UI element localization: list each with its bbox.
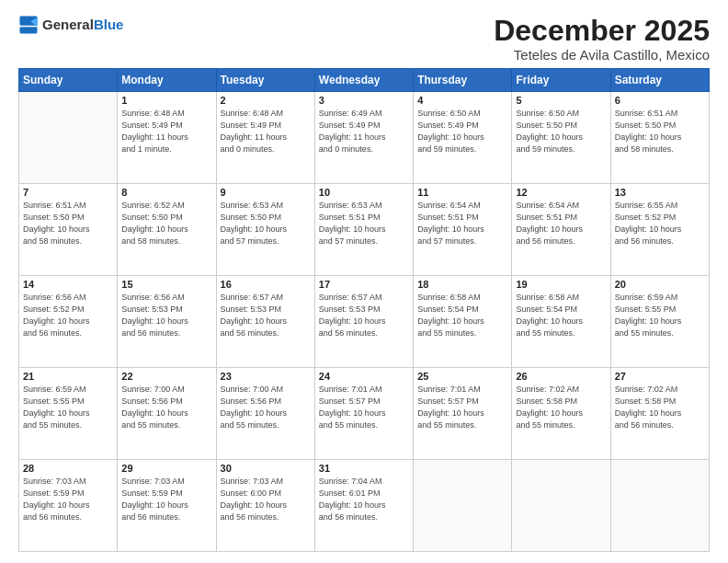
day-number: 10 [319, 187, 409, 198]
table-row: 19Sunrise: 6:58 AM Sunset: 5:54 PM Dayli… [512, 276, 610, 368]
day-number: 8 [121, 187, 211, 198]
table-row: 25Sunrise: 7:01 AM Sunset: 5:57 PM Dayli… [414, 368, 512, 460]
header-friday: Friday [512, 69, 610, 92]
day-number: 19 [516, 279, 606, 290]
day-number: 13 [615, 187, 705, 198]
table-row: 26Sunrise: 7:02 AM Sunset: 5:58 PM Dayli… [512, 368, 610, 460]
day-info: Sunrise: 6:50 AM Sunset: 5:49 PM Dayligh… [417, 108, 507, 155]
day-number: 16 [221, 279, 311, 290]
day-info: Sunrise: 6:57 AM Sunset: 5:53 PM Dayligh… [221, 292, 311, 339]
day-info: Sunrise: 6:56 AM Sunset: 5:52 PM Dayligh… [23, 292, 113, 339]
day-info: Sunrise: 6:58 AM Sunset: 5:54 PM Dayligh… [417, 292, 507, 339]
day-info: Sunrise: 7:03 AM Sunset: 6:00 PM Dayligh… [221, 476, 311, 523]
day-info: Sunrise: 6:55 AM Sunset: 5:52 PM Dayligh… [615, 200, 705, 247]
day-number: 26 [516, 371, 606, 382]
table-row: 18Sunrise: 6:58 AM Sunset: 5:54 PM Dayli… [414, 276, 512, 368]
table-row: 5Sunrise: 6:50 AM Sunset: 5:50 PM Daylig… [512, 92, 610, 184]
table-row: 30Sunrise: 7:03 AM Sunset: 6:00 PM Dayli… [216, 460, 314, 552]
table-row: 31Sunrise: 7:04 AM Sunset: 6:01 PM Dayli… [314, 460, 413, 552]
day-info: Sunrise: 6:51 AM Sunset: 5:50 PM Dayligh… [23, 200, 113, 247]
header: GeneralBlue December 2025 Teteles de Avi… [18, 15, 710, 63]
table-row: 2Sunrise: 6:48 AM Sunset: 5:49 PM Daylig… [216, 92, 314, 184]
logo: GeneralBlue [18, 15, 123, 35]
table-row [512, 460, 610, 552]
day-info: Sunrise: 6:53 AM Sunset: 5:50 PM Dayligh… [221, 200, 311, 247]
calendar-week-row: 14Sunrise: 6:56 AM Sunset: 5:52 PM Dayli… [19, 276, 710, 368]
calendar-week-row: 21Sunrise: 6:59 AM Sunset: 5:55 PM Dayli… [19, 368, 710, 460]
day-info: Sunrise: 7:03 AM Sunset: 5:59 PM Dayligh… [121, 476, 211, 523]
day-info: Sunrise: 7:00 AM Sunset: 5:56 PM Dayligh… [121, 384, 211, 431]
table-row: 15Sunrise: 6:56 AM Sunset: 5:53 PM Dayli… [118, 276, 216, 368]
table-row: 23Sunrise: 7:00 AM Sunset: 5:56 PM Dayli… [216, 368, 314, 460]
day-info: Sunrise: 7:02 AM Sunset: 5:58 PM Dayligh… [615, 384, 705, 431]
header-monday: Monday [118, 69, 216, 92]
table-row: 12Sunrise: 6:54 AM Sunset: 5:51 PM Dayli… [512, 184, 610, 276]
day-number: 1 [121, 95, 211, 106]
day-info: Sunrise: 6:54 AM Sunset: 5:51 PM Dayligh… [516, 200, 606, 247]
day-number: 21 [23, 371, 113, 382]
table-row: 24Sunrise: 7:01 AM Sunset: 5:57 PM Dayli… [314, 368, 413, 460]
header-tuesday: Tuesday [216, 69, 314, 92]
day-info: Sunrise: 6:51 AM Sunset: 5:50 PM Dayligh… [615, 108, 705, 155]
day-number: 12 [516, 187, 606, 198]
day-number: 4 [417, 95, 507, 106]
day-number: 23 [221, 371, 311, 382]
day-number: 11 [417, 187, 507, 198]
table-row: 21Sunrise: 6:59 AM Sunset: 5:55 PM Dayli… [19, 368, 118, 460]
day-number: 7 [23, 187, 113, 198]
day-info: Sunrise: 6:59 AM Sunset: 5:55 PM Dayligh… [23, 384, 113, 431]
table-row: 4Sunrise: 6:50 AM Sunset: 5:49 PM Daylig… [414, 92, 512, 184]
day-number: 22 [121, 371, 211, 382]
table-row: 13Sunrise: 6:55 AM Sunset: 5:52 PM Dayli… [610, 184, 709, 276]
table-row: 14Sunrise: 6:56 AM Sunset: 5:52 PM Dayli… [19, 276, 118, 368]
day-info: Sunrise: 7:01 AM Sunset: 5:57 PM Dayligh… [417, 384, 507, 431]
day-number: 18 [417, 279, 507, 290]
calendar-header-row: Sunday Monday Tuesday Wednesday Thursday… [19, 69, 710, 92]
header-thursday: Thursday [414, 69, 512, 92]
table-row: 10Sunrise: 6:53 AM Sunset: 5:51 PM Dayli… [314, 184, 413, 276]
day-info: Sunrise: 6:52 AM Sunset: 5:50 PM Dayligh… [121, 200, 211, 247]
day-number: 15 [121, 279, 211, 290]
header-saturday: Saturday [610, 69, 709, 92]
table-row: 17Sunrise: 6:57 AM Sunset: 5:53 PM Dayli… [314, 276, 413, 368]
calendar-week-row: 1Sunrise: 6:48 AM Sunset: 5:49 PM Daylig… [19, 92, 710, 184]
day-number: 3 [319, 95, 409, 106]
title-block: December 2025 Teteles de Avila Castillo,… [494, 15, 710, 63]
table-row [19, 92, 118, 184]
day-info: Sunrise: 7:04 AM Sunset: 6:01 PM Dayligh… [319, 476, 409, 523]
table-row: 9Sunrise: 6:53 AM Sunset: 5:50 PM Daylig… [216, 184, 314, 276]
calendar-week-row: 7Sunrise: 6:51 AM Sunset: 5:50 PM Daylig… [19, 184, 710, 276]
logo-general: General [42, 17, 94, 32]
day-info: Sunrise: 6:57 AM Sunset: 5:53 PM Dayligh… [319, 292, 409, 339]
day-info: Sunrise: 6:58 AM Sunset: 5:54 PM Dayligh… [516, 292, 606, 339]
day-number: 25 [417, 371, 507, 382]
table-row: 16Sunrise: 6:57 AM Sunset: 5:53 PM Dayli… [216, 276, 314, 368]
day-info: Sunrise: 7:03 AM Sunset: 5:59 PM Dayligh… [23, 476, 113, 523]
page-subtitle: Teteles de Avila Castillo, Mexico [494, 47, 710, 63]
day-number: 27 [615, 371, 705, 382]
table-row: 8Sunrise: 6:52 AM Sunset: 5:50 PM Daylig… [118, 184, 216, 276]
table-row [610, 460, 709, 552]
day-info: Sunrise: 6:49 AM Sunset: 5:49 PM Dayligh… [319, 108, 409, 155]
logo-blue: Blue [94, 17, 124, 32]
day-info: Sunrise: 7:01 AM Sunset: 5:57 PM Dayligh… [319, 384, 409, 431]
table-row [414, 460, 512, 552]
table-row: 28Sunrise: 7:03 AM Sunset: 5:59 PM Dayli… [19, 460, 118, 552]
day-number: 31 [319, 463, 409, 474]
svg-rect-2 [19, 27, 37, 33]
table-row: 3Sunrise: 6:49 AM Sunset: 5:49 PM Daylig… [314, 92, 413, 184]
day-number: 24 [319, 371, 409, 382]
day-info: Sunrise: 6:53 AM Sunset: 5:51 PM Dayligh… [319, 200, 409, 247]
day-number: 20 [615, 279, 705, 290]
day-info: Sunrise: 6:59 AM Sunset: 5:55 PM Dayligh… [615, 292, 705, 339]
table-row: 1Sunrise: 6:48 AM Sunset: 5:49 PM Daylig… [118, 92, 216, 184]
day-number: 5 [516, 95, 606, 106]
day-number: 2 [221, 95, 311, 106]
day-number: 28 [23, 463, 113, 474]
day-info: Sunrise: 7:02 AM Sunset: 5:58 PM Dayligh… [516, 384, 606, 431]
page-title: December 2025 [494, 15, 710, 47]
table-row: 27Sunrise: 7:02 AM Sunset: 5:58 PM Dayli… [610, 368, 709, 460]
day-number: 6 [615, 95, 705, 106]
table-row: 6Sunrise: 6:51 AM Sunset: 5:50 PM Daylig… [610, 92, 709, 184]
day-info: Sunrise: 6:48 AM Sunset: 5:49 PM Dayligh… [121, 108, 211, 155]
